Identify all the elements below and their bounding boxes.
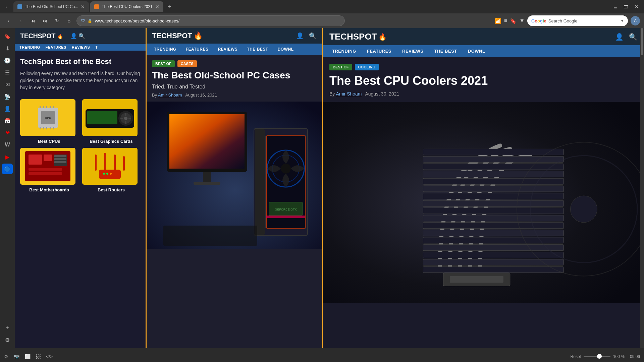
left-panel-description: Following every review and tech trend is… [20, 70, 140, 91]
tab-cpu-coolers[interactable]: The Best CPU Coolers 2021 ✕ [90, 1, 163, 12]
svg-rect-75 [450, 276, 503, 283]
sidebar-rss-icon[interactable]: 📡 [2, 91, 13, 102]
middle-nav-best[interactable]: THE BEST [242, 44, 273, 55]
middle-nav-features[interactable]: FEATURES [181, 44, 213, 55]
camera-icon[interactable]: 📷 [14, 354, 19, 359]
svg-rect-63 [423, 193, 564, 199]
middle-nav-reviews[interactable]: REVIEWS [213, 44, 242, 55]
tab-bar: ‹ The Best Old-School PC Ca... ✕ The Bes… [0, 0, 644, 13]
zoom-slider[interactable] [584, 356, 610, 357]
right-by-prefix: By [329, 91, 336, 97]
sidebar-calendar-icon[interactable]: 📅 [2, 115, 13, 126]
middle-nav-downl[interactable]: DOWNL [273, 44, 299, 55]
svg-rect-44 [194, 182, 220, 185]
cpus-image: CPU [20, 99, 75, 136]
user-icon-large[interactable]: 👤 [615, 33, 624, 41]
grid-item-gpus[interactable]: Best Graphics Cards [82, 99, 140, 144]
maximize-button[interactable]: 🗖 [621, 2, 631, 11]
middle-article-title: The Best Old-School PC Cases [147, 70, 322, 84]
gpus-image [82, 99, 138, 136]
home-button[interactable]: ⌂ [64, 16, 74, 25]
left-nav-reviews[interactable]: REVIEWS [70, 44, 92, 51]
zoom-controls: Reset 100 % [571, 354, 625, 359]
grid-item-cpus[interactable]: CPU [20, 99, 78, 144]
sidebar-add-icon[interactable]: + [2, 322, 13, 333]
sidebar-firefox-icon[interactable]: 🔵 [2, 164, 13, 174]
sidebar-contacts-icon[interactable]: 👤 [2, 103, 13, 114]
cases-badge[interactable]: CASES [177, 60, 197, 67]
profile-button[interactable]: A [631, 16, 640, 25]
bookmark-toolbar-icon[interactable]: 🔖 [510, 18, 517, 24]
svg-rect-61 [423, 178, 564, 184]
right-nav-features[interactable]: FEATURES [362, 45, 397, 57]
right-nav-reviews[interactable]: REVIEWS [397, 45, 429, 57]
back-button[interactable]: ‹ [4, 16, 13, 25]
svg-rect-10 [46, 127, 47, 129]
best-of-badge[interactable]: BEST OF [152, 60, 175, 67]
sidebar-mail-icon[interactable]: ✉ [2, 79, 13, 90]
svg-rect-43 [203, 172, 211, 182]
search-box[interactable]: Google Search Google ▼ [527, 15, 628, 26]
right-best-of-badge[interactable]: BEST OF [329, 64, 352, 70]
menu-icon[interactable]: ≡ [504, 18, 507, 24]
middle-date: August 16, 2021 [185, 93, 217, 98]
grid-item-routers[interactable]: Best Routers [82, 148, 140, 192]
sidebar-youtube-icon[interactable]: ▶ [2, 152, 13, 162]
pip-icon[interactable]: ⬜ [25, 354, 31, 359]
history-forward-button[interactable]: ⏭ [40, 16, 50, 25]
search-placeholder-text: Search Google [548, 18, 619, 23]
search-icon-small[interactable]: 🔍 [78, 33, 85, 39]
reload-button[interactable]: ↻ [52, 16, 62, 25]
tab-old-school-cases[interactable]: The Best Old-School PC Ca... ✕ [13, 1, 89, 12]
tab-title-2: The Best CPU Coolers 2021 [102, 4, 152, 9]
left-nav-t[interactable]: T [93, 44, 100, 51]
right-nav-downl[interactable]: DOWNL [463, 45, 491, 57]
reset-button[interactable]: Reset [571, 354, 581, 359]
svg-rect-4 [43, 106, 44, 108]
middle-author-link[interactable]: Amir Shoam [158, 93, 182, 98]
url-bar[interactable]: 🛡 🔒 www.techspot.com/bestof/old-school-c… [76, 15, 345, 26]
right-author-link[interactable]: Amir Shoam [336, 91, 362, 97]
right-article: BEST OF COOLING The Best CPU Coolers 202… [323, 57, 644, 303]
new-tab-button[interactable]: + [165, 2, 174, 11]
user-icon-med[interactable]: 👤 [296, 32, 304, 40]
settings-status-icon[interactable]: ⚙ [4, 354, 8, 359]
left-nav-trending[interactable]: TRENDING [17, 44, 42, 51]
minimize-button[interactable]: 🗕 [610, 2, 620, 11]
tab-close-1[interactable]: ✕ [81, 4, 85, 9]
right-nav-trending[interactable]: TRENDING [327, 45, 362, 57]
sidebar-wiki-icon[interactable]: W [2, 139, 13, 150]
motherboard-illustration [23, 149, 72, 183]
sidebar-bookmark-icon[interactable]: 🔖 [2, 31, 13, 42]
tab-close-2[interactable]: ✕ [155, 4, 159, 9]
search-icon-large[interactable]: 🔍 [629, 33, 637, 41]
svg-rect-57 [423, 149, 564, 155]
sidebar-download-icon[interactable]: ⬇ [2, 43, 13, 54]
right-nav-best[interactable]: THE BEST [429, 45, 462, 57]
grid-item-motherboards[interactable]: Best Motherboards [20, 148, 78, 192]
history-back-button[interactable]: ⏮ [28, 16, 38, 25]
code-icon[interactable]: </> [46, 354, 53, 359]
left-nav-features[interactable]: FEATURES [43, 44, 68, 51]
sidebar-settings-icon[interactable]: ⚙ [2, 335, 13, 345]
user-icon-small[interactable]: 👤 [70, 33, 77, 39]
close-button[interactable]: ✕ [632, 2, 641, 11]
sidebar-feed-icon[interactable]: ☰ [2, 67, 13, 78]
search-icon-med[interactable]: 🔍 [309, 32, 316, 40]
back-page-icon[interactable]: ‹ [3, 3, 9, 10]
motherboards-image [20, 148, 75, 185]
middle-hero-image: GEFORCE GTX [147, 102, 322, 249]
badge-row-middle: BEST OF CASES [147, 55, 322, 70]
search-dropdown-icon[interactable]: ▼ [621, 19, 624, 23]
middle-article-subtitle: Tried, True and Tested [147, 84, 322, 93]
gallery-icon[interactable]: 🖼 [36, 354, 41, 359]
dropdown-icon[interactable]: ▼ [519, 18, 525, 24]
window-controls: 🗕 🗖 ✕ [610, 2, 641, 11]
forward-button[interactable]: › [16, 16, 25, 25]
cooling-badge[interactable]: COOLING [355, 64, 379, 70]
sidebar-pocket-icon[interactable]: ❤ [2, 127, 13, 138]
rss-toolbar-icon[interactable]: 📶 [495, 18, 501, 24]
zoom-handle[interactable] [597, 354, 602, 359]
sidebar-history-icon[interactable]: 🕐 [2, 55, 13, 66]
middle-nav-trending[interactable]: TRENDING [149, 44, 181, 55]
